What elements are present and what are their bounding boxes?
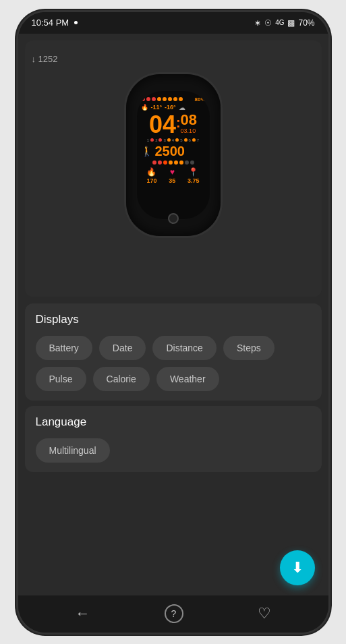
displays-title: Displays bbox=[36, 313, 311, 326]
back-button[interactable]: ← bbox=[76, 605, 90, 622]
watch-preview-area: ↓ 1252 bbox=[25, 40, 322, 297]
download-count: ↓ 1252 bbox=[32, 54, 58, 64]
bottom-nav: ← ? ♡ bbox=[18, 595, 328, 633]
signal-icon: ▩ bbox=[287, 18, 295, 28]
language-chips: Multilingual bbox=[36, 438, 311, 463]
chip-calorie[interactable]: Calorie bbox=[93, 367, 150, 391]
watch-screen: 80% 🔥 -11° -16° ☁ 04 : 08 bbox=[137, 91, 210, 219]
steps-count: 2500 bbox=[155, 144, 185, 159]
watch-steps-row: 🚶 2500 bbox=[141, 144, 206, 159]
phone-content: ↓ 1252 bbox=[18, 34, 328, 595]
watch-steps-bar: 1 2 3 4 5 6 7 bbox=[141, 138, 206, 142]
time-minutes-date: 08 03.10 bbox=[181, 113, 197, 134]
temp1: -11° bbox=[151, 104, 163, 111]
time-colon: : bbox=[176, 115, 181, 131]
chip-battery[interactable]: Battery bbox=[36, 336, 92, 360]
watch-device: 80% 🔥 -11° -16° ☁ 04 : 08 bbox=[126, 74, 221, 236]
watch-row-battery: 80% bbox=[141, 96, 206, 103]
status-dot bbox=[74, 21, 78, 24]
progress-dots bbox=[141, 97, 183, 101]
status-left: 10:54 PM bbox=[32, 18, 78, 28]
displays-chips: Battery Date Distance Steps Pulse Calori… bbox=[36, 336, 311, 391]
fire-icon: 🔥 bbox=[146, 167, 156, 177]
cloud-icon: ☁ bbox=[179, 104, 185, 111]
language-section: Language Multilingual bbox=[25, 406, 322, 472]
dot7 bbox=[173, 97, 177, 101]
dot6 bbox=[168, 97, 172, 101]
dot4 bbox=[157, 97, 161, 101]
time-minutes: 08 bbox=[181, 113, 197, 127]
metric-location: 📍 3.75 bbox=[188, 167, 200, 184]
status-time: 10:54 PM bbox=[32, 18, 69, 28]
dot2 bbox=[146, 97, 150, 101]
download-fab[interactable]: ⬇ bbox=[280, 550, 315, 585]
dot8 bbox=[179, 97, 183, 101]
battery-percentage: 70% bbox=[298, 18, 314, 28]
dot5 bbox=[163, 97, 167, 101]
chip-date[interactable]: Date bbox=[99, 336, 146, 360]
dot3 bbox=[152, 97, 156, 101]
temp2: -16° bbox=[165, 104, 176, 111]
phone-frame: 10:54 PM ∗ ☉ 4G ▩ 70% ↓ 1252 bbox=[18, 12, 328, 633]
watch-dots-row bbox=[141, 160, 206, 165]
status-right: ∗ ☉ 4G ▩ 70% bbox=[254, 18, 314, 28]
chip-weather[interactable]: Weather bbox=[156, 367, 219, 391]
watch-time-row: 04 : 08 03.10 bbox=[141, 113, 206, 137]
location-icon: 📍 bbox=[188, 167, 198, 177]
metric-fire: 🔥 170 bbox=[146, 167, 156, 184]
favorite-button[interactable]: ♡ bbox=[258, 605, 271, 622]
heart-icon: ♥ bbox=[170, 167, 175, 177]
chip-pulse[interactable]: Pulse bbox=[36, 367, 86, 391]
time-date: 03.10 bbox=[181, 127, 197, 134]
bluetooth-icon: ∗ bbox=[254, 18, 261, 28]
dot1 bbox=[141, 97, 145, 101]
language-title: Language bbox=[36, 415, 311, 429]
battery-pct-display: 80% bbox=[194, 96, 205, 103]
chip-distance[interactable]: Distance bbox=[152, 336, 216, 360]
download-icon: ⬇ bbox=[291, 559, 304, 577]
watch-button bbox=[168, 213, 179, 224]
metric-fire-val: 170 bbox=[146, 177, 156, 184]
watch-metrics-row: 🔥 170 ♥ 35 📍 3.75 bbox=[141, 167, 206, 184]
watch-row-weather: 🔥 -11° -16° ☁ bbox=[141, 104, 206, 111]
time-hours: 04 bbox=[149, 113, 176, 137]
chip-steps[interactable]: Steps bbox=[223, 336, 275, 360]
metric-location-val: 3.75 bbox=[188, 177, 200, 184]
chip-multilingual[interactable]: Multilingual bbox=[36, 438, 110, 463]
steps-icon: 🚶 bbox=[141, 146, 152, 156]
status-bar: 10:54 PM ∗ ☉ 4G ▩ 70% bbox=[18, 12, 328, 34]
data-icon: 4G bbox=[275, 19, 284, 26]
metric-heart-val: 35 bbox=[169, 177, 175, 184]
displays-section: Displays Battery Date Distance Steps Pul… bbox=[25, 303, 322, 401]
metric-heart: ♥ 35 bbox=[169, 167, 175, 184]
help-button[interactable]: ? bbox=[165, 604, 183, 623]
wifi-icon: ☉ bbox=[264, 18, 272, 28]
